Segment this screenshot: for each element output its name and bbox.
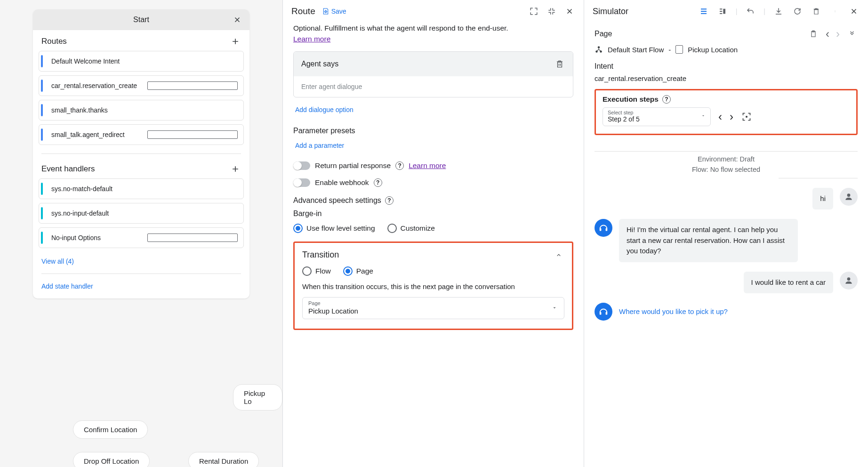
route-item[interactable]: car_rental.reservation_create [39,75,244,96]
breadcrumb: Default Start Flow - Pickup Location [595,45,858,54]
environment-info: Environment: DraftFlow: No flow selected [595,154,858,175]
more-icon[interactable] [829,6,841,17]
execution-steps-label: Execution steps [603,95,659,104]
handler-label: sys.no-match-default [51,185,238,193]
start-page-card: Start Routes Default Welcome Intentcar_r… [33,9,249,298]
next-page-icon[interactable]: › [836,27,840,40]
route-title: Route [291,6,315,16]
pill-dropoff-location[interactable]: Drop Off Location [73,452,150,467]
add-state-handler-link[interactable]: Add state handler [41,282,93,290]
handler-item[interactable]: No-input Options [39,227,244,248]
bot-message-link[interactable]: Where would you like to pick it up? [619,303,728,321]
handler-item[interactable]: sys.no-input-default [39,203,244,224]
transition-description: When this transition occurs, this is the… [302,282,564,290]
help-icon[interactable]: ? [662,95,671,104]
agent-dialogue-input[interactable]: Enter agent dialogue [294,76,573,97]
radio-transition-page[interactable] [343,266,353,276]
route-label: car_rental.reservation_create [51,82,141,89]
view-split-icon[interactable] [717,6,728,17]
add-dialogue-link[interactable]: Add dialogue option [293,97,355,117]
help-icon[interactable]: ? [374,178,382,187]
svg-point-1 [835,11,836,11]
bot-message: Hi! I'm the virtual car rental agent. I … [619,219,798,262]
add-parameter-link[interactable]: Add a parameter [293,138,346,153]
svg-rect-0 [723,9,725,14]
close-sim-icon[interactable] [848,6,860,17]
page-icon [147,234,238,242]
route-item[interactable]: small_thank.thanks [39,100,244,121]
svg-rect-11 [600,228,602,231]
add-route-icon[interactable] [230,36,241,47]
start-header: Start [33,9,249,30]
pill-confirm-location[interactable]: Confirm Location [73,420,148,439]
view-list-icon[interactable] [698,6,709,17]
agent-says-label: Agent says [301,60,338,68]
return-partial-toggle[interactable] [293,161,310,170]
enable-webhook-toggle[interactable] [293,178,310,187]
param-presets-label: Parameter presets [293,127,573,135]
view-all-link[interactable]: View all (4) [41,258,74,265]
flow-icon [595,45,603,54]
pill-rental-duration[interactable]: Rental Duration [188,452,259,467]
execution-steps-section: Execution steps ? Select step Step 2 of … [595,89,858,135]
collapse-all-icon[interactable] [846,28,858,40]
transition-page-dropdown[interactable]: Page Pickup Location [302,297,564,319]
route-label: small_thank.thanks [51,106,238,114]
learn-more-link[interactable]: Learn more [293,35,330,43]
radio-customize[interactable] [387,224,397,233]
chevron-up-icon[interactable] [553,250,564,261]
refresh-icon[interactable] [792,6,803,17]
user-message: hi [812,188,833,210]
save-button[interactable]: Save [322,8,346,15]
transition-section: Transition Flow Page When this transitio… [293,242,573,330]
svg-point-9 [746,116,747,118]
simulator-title: Simulator [593,7,628,16]
handler-item[interactable]: sys.no-match-default [39,178,244,199]
advanced-speech-label: Advanced speech settings [293,196,381,205]
delete-icon[interactable] [554,58,565,70]
enable-webhook-label: Enable webhook [315,178,369,187]
svg-point-3 [835,12,836,12]
fullscreen-icon[interactable] [528,6,539,17]
handler-label: sys.no-input-default [51,209,238,217]
page-icon [675,45,683,54]
delete-sim-icon[interactable] [811,6,822,17]
help-icon[interactable]: ? [395,161,404,170]
handler-label: No-input Options [51,234,141,242]
pill-pickup-location[interactable]: Pickup Lo [233,384,282,411]
next-step-icon[interactable]: › [730,110,733,123]
simulator-panel: Simulator | | Page ‹ › [584,0,868,467]
radio-transition-flow[interactable] [302,266,312,276]
route-item[interactable]: Default Welcome Intent [39,51,244,72]
user-message: I would like to rent a car [744,272,833,294]
page-icon [147,81,238,90]
return-partial-label: Return partial response [315,161,391,170]
user-avatar-icon [840,188,858,206]
svg-rect-14 [600,312,602,315]
help-icon[interactable]: ? [385,196,394,205]
collapse-icon[interactable] [546,6,557,17]
route-item[interactable]: small_talk.agent_redirect [39,124,244,145]
prev-page-icon[interactable]: ‹ [826,27,829,40]
download-icon[interactable] [773,6,784,17]
page-label: Page [595,30,612,38]
chat-area: Environment: DraftFlow: No flow selected… [595,148,858,321]
clipboard-icon[interactable] [808,28,819,40]
focus-icon[interactable] [741,111,752,122]
bot-avatar-icon [595,219,612,237]
start-title: Start [133,16,149,24]
radio-flow-level[interactable] [293,224,303,233]
intent-label: Intent [595,62,858,71]
select-step-dropdown[interactable]: Select step Step 2 of 5 [603,107,711,126]
svg-point-6 [598,46,600,48]
undo-icon[interactable] [745,6,756,17]
svg-rect-12 [606,228,608,231]
close-icon[interactable] [232,14,243,25]
route-label: Default Welcome Intent [51,57,238,65]
agent-says-box: Agent says Enter agent dialogue [293,51,573,97]
route-panel: Route Save Optional. Fulfillment is what… [282,0,584,467]
prev-step-icon[interactable]: ‹ [718,110,722,123]
learn-more-link-2[interactable]: Learn more [409,161,446,170]
add-handler-icon[interactable] [230,163,241,175]
close-route-icon[interactable] [564,6,575,17]
